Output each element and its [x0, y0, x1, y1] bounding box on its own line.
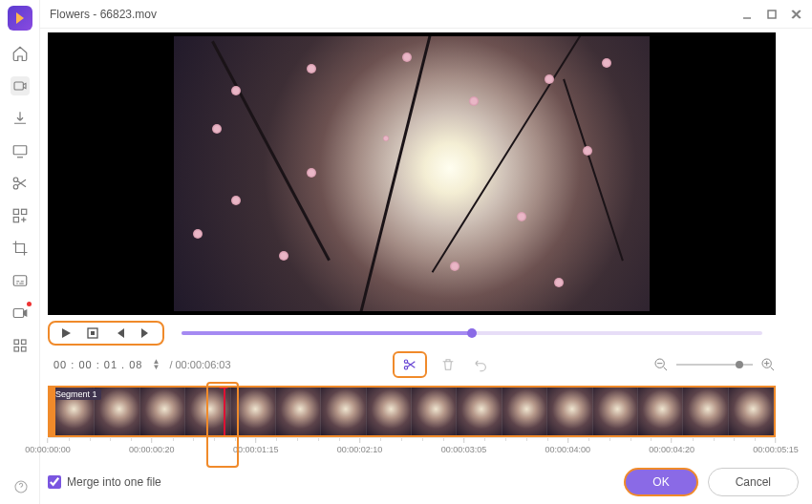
record-icon[interactable] — [11, 304, 30, 323]
subtitle-icon[interactable] — [11, 271, 30, 290]
ruler-tick: 00:00:03:05 — [441, 438, 487, 454]
app-logo — [8, 6, 32, 31]
ruler-tick: 00:00:00:20 — [129, 438, 175, 454]
cancel-button[interactable]: Cancel — [708, 468, 799, 496]
scissors-icon[interactable] — [11, 174, 30, 193]
svg-rect-6 — [13, 218, 18, 222]
svg-rect-11 — [14, 347, 19, 352]
total-time: / 00:00:06:03 — [169, 359, 230, 370]
progress-fill — [182, 331, 472, 335]
transport-controls — [48, 321, 164, 346]
crop-icon[interactable] — [11, 239, 30, 258]
zoom-slider[interactable] — [676, 364, 753, 366]
window-title: Flowers - 66823.mov — [50, 8, 741, 21]
prev-frame-button[interactable] — [113, 326, 126, 340]
svg-rect-8 — [13, 309, 24, 318]
zoom-out-button[interactable] — [653, 357, 669, 372]
zoom-thumb[interactable] — [736, 361, 743, 368]
svg-rect-12 — [21, 347, 26, 352]
playhead[interactable] — [224, 386, 225, 437]
ok-button[interactable]: OK — [624, 468, 697, 496]
video-preview-area — [48, 32, 776, 315]
zoom-in-button[interactable] — [760, 357, 776, 372]
segment-label: Segment 1 — [52, 388, 101, 400]
svg-rect-7 — [13, 276, 27, 286]
range-handle-left[interactable] — [50, 388, 55, 435]
timeline[interactable]: Segment 1 — [48, 386, 776, 437]
svg-rect-15 — [91, 331, 95, 335]
svg-rect-1 — [13, 146, 27, 155]
ruler-tick: 00:00:04:00 — [545, 438, 591, 454]
video-preview[interactable] — [174, 36, 650, 311]
delete-button[interactable] — [437, 355, 459, 374]
screen-icon[interactable] — [11, 141, 30, 160]
svg-point-17 — [404, 367, 407, 369]
stop-button[interactable] — [86, 326, 99, 340]
outer-close-button[interactable] — [789, 8, 802, 21]
sidebar — [0, 0, 40, 504]
svg-point-2 — [13, 178, 18, 182]
progress-bar[interactable] — [182, 331, 762, 335]
download-icon[interactable] — [11, 109, 30, 128]
ruler-tick: 00:00:04:20 — [649, 438, 694, 454]
titlebar: Flowers - 66823.mov — [40, 0, 812, 29]
time-spinner[interactable]: ▲▼ — [152, 359, 160, 370]
play-button[interactable] — [59, 326, 73, 340]
svg-point-16 — [404, 360, 407, 363]
video-icon[interactable] — [11, 76, 30, 95]
svg-rect-13 — [768, 10, 776, 18]
maximize-button[interactable] — [766, 9, 778, 20]
svg-rect-4 — [13, 209, 18, 214]
help-icon[interactable] — [13, 479, 29, 494]
next-frame-button[interactable] — [139, 326, 153, 340]
merge-checkbox[interactable] — [48, 475, 61, 489]
ruler-tick: 00:00:00:00 — [25, 438, 71, 454]
timeline-frames — [50, 388, 774, 435]
svg-rect-9 — [14, 340, 19, 345]
home-icon[interactable] — [11, 44, 30, 63]
svg-rect-10 — [21, 340, 26, 345]
cut-button[interactable] — [393, 351, 427, 378]
progress-thumb[interactable] — [467, 328, 477, 338]
merge-checkbox-row[interactable]: Merge into one file — [48, 475, 161, 489]
ruler-tick: 00:00:02:10 — [337, 438, 383, 454]
current-time-input[interactable]: 00 : 00 : 01 . 08 — [53, 359, 142, 370]
time-ruler[interactable]: 00:00:00:0000:00:00:2000:00:01:1500:00:0… — [48, 437, 776, 460]
merge-icon[interactable] — [11, 206, 30, 225]
ruler-tick: 00:00:05:15 — [753, 438, 799, 454]
notification-dot — [27, 302, 32, 306]
minimize-button[interactable] — [741, 9, 753, 20]
merge-label: Merge into one file — [67, 475, 161, 489]
svg-rect-5 — [21, 209, 26, 214]
undo-button[interactable] — [469, 355, 492, 374]
ruler-tick: 00:00:01:15 — [233, 438, 279, 454]
svg-rect-0 — [14, 82, 23, 90]
svg-point-3 — [13, 185, 18, 190]
apps-icon[interactable] — [11, 336, 30, 355]
